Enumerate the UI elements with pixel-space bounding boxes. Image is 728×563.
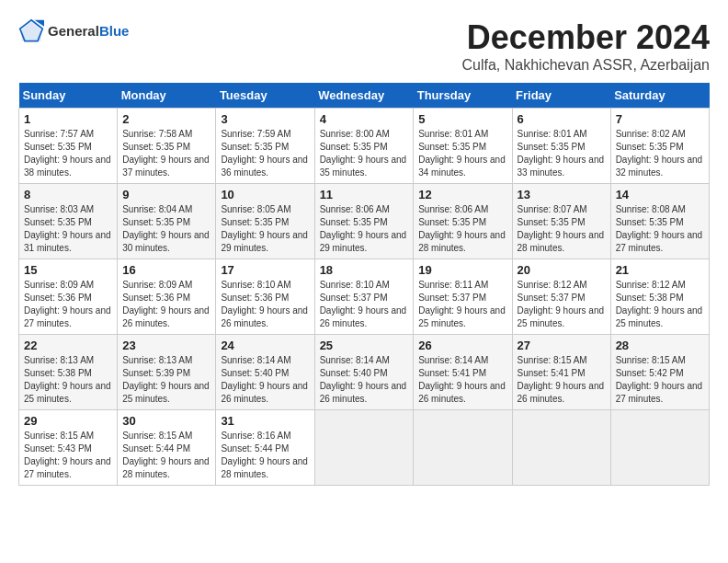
page-header: GeneralBlue December 2024 Culfa, Nakhich…	[18, 18, 710, 74]
daylight-label: Daylight: 9 hours and 28 minutes.	[221, 456, 308, 479]
day-cell-10: 10 Sunrise: 8:05 AM Sunset: 5:35 PM Dayl…	[216, 184, 314, 259]
sunset-label: Sunset: 5:39 PM	[122, 368, 190, 378]
day-info: Sunrise: 8:14 AM Sunset: 5:40 PM Dayligh…	[320, 354, 409, 406]
sunset-label: Sunset: 5:35 PM	[320, 142, 388, 152]
day-info: Sunrise: 8:01 AM Sunset: 5:35 PM Dayligh…	[418, 128, 506, 179]
day-number: 5	[418, 112, 506, 126]
sunset-label: Sunset: 5:35 PM	[616, 142, 684, 152]
daylight-label: Daylight: 9 hours and 32 minutes.	[616, 155, 703, 178]
week-row-3: 15 Sunrise: 8:09 AM Sunset: 5:36 PM Dayl…	[19, 259, 710, 335]
sunset-label: Sunset: 5:41 PM	[418, 368, 486, 378]
day-cell-16: 16 Sunrise: 8:09 AM Sunset: 5:36 PM Dayl…	[118, 259, 216, 335]
sunrise-label: Sunrise: 8:15 AM	[616, 355, 686, 365]
day-number: 27	[518, 339, 606, 352]
day-number: 15	[24, 263, 112, 277]
sunrise-label: Sunrise: 8:16 AM	[221, 431, 290, 441]
weekday-header-thursday: Thursday	[414, 83, 512, 109]
day-cell-23: 23 Sunrise: 8:13 AM Sunset: 5:39 PM Dayl…	[118, 335, 216, 410]
sunset-label: Sunset: 5:35 PM	[320, 217, 388, 227]
day-info: Sunrise: 8:06 AM Sunset: 5:35 PM Dayligh…	[418, 203, 506, 255]
day-info: Sunrise: 7:58 AM Sunset: 5:35 PM Dayligh…	[122, 128, 210, 179]
day-number: 4	[320, 112, 409, 126]
sunrise-label: Sunrise: 8:14 AM	[418, 355, 488, 365]
sunset-label: Sunset: 5:35 PM	[221, 217, 289, 227]
day-cell-1: 1 Sunrise: 7:57 AM Sunset: 5:35 PM Dayli…	[19, 109, 118, 184]
daylight-label: Daylight: 9 hours and 26 minutes.	[418, 381, 506, 404]
day-info: Sunrise: 8:02 AM Sunset: 5:35 PM Dayligh…	[616, 128, 704, 179]
day-info: Sunrise: 8:13 AM Sunset: 5:39 PM Dayligh…	[122, 354, 210, 406]
sunset-label: Sunset: 5:37 PM	[518, 293, 586, 303]
month-year: December 2024	[462, 18, 710, 57]
sunrise-label: Sunrise: 8:09 AM	[122, 280, 192, 290]
sunrise-label: Sunrise: 8:08 AM	[616, 204, 686, 214]
sunset-label: Sunset: 5:38 PM	[616, 293, 684, 303]
sunrise-label: Sunrise: 8:13 AM	[122, 355, 192, 365]
sunrise-label: Sunrise: 8:06 AM	[320, 204, 390, 214]
day-cell-21: 21 Sunrise: 8:12 AM Sunset: 5:38 PM Dayl…	[610, 259, 709, 335]
weekday-header-monday: Monday	[118, 83, 216, 109]
day-info: Sunrise: 8:14 AM Sunset: 5:41 PM Dayligh…	[418, 354, 506, 406]
day-info: Sunrise: 8:14 AM Sunset: 5:40 PM Dayligh…	[221, 354, 309, 406]
sunset-label: Sunset: 5:35 PM	[221, 142, 289, 152]
sunset-label: Sunset: 5:36 PM	[122, 293, 190, 303]
week-row-2: 8 Sunrise: 8:03 AM Sunset: 5:35 PM Dayli…	[19, 184, 710, 259]
day-info: Sunrise: 8:15 AM Sunset: 5:42 PM Dayligh…	[616, 354, 704, 406]
day-number: 23	[122, 339, 210, 352]
daylight-label: Daylight: 9 hours and 26 minutes.	[518, 381, 605, 404]
day-number: 26	[418, 339, 506, 352]
daylight-label: Daylight: 9 hours and 25 minutes.	[616, 305, 703, 328]
sunrise-label: Sunrise: 8:01 AM	[518, 129, 587, 139]
day-cell-8: 8 Sunrise: 8:03 AM Sunset: 5:35 PM Dayli…	[19, 184, 118, 259]
day-number: 10	[221, 188, 309, 201]
day-cell-11: 11 Sunrise: 8:06 AM Sunset: 5:35 PM Dayl…	[314, 184, 414, 259]
daylight-label: Daylight: 9 hours and 29 minutes.	[221, 230, 308, 253]
day-cell-24: 24 Sunrise: 8:14 AM Sunset: 5:40 PM Dayl…	[216, 335, 314, 410]
day-number: 14	[616, 188, 704, 201]
daylight-label: Daylight: 9 hours and 28 minutes.	[418, 230, 506, 253]
day-number: 6	[518, 112, 606, 126]
day-number: 22	[24, 339, 112, 352]
week-row-1: 1 Sunrise: 7:57 AM Sunset: 5:35 PM Dayli…	[19, 109, 710, 184]
day-number: 13	[518, 188, 606, 201]
day-info: Sunrise: 8:03 AM Sunset: 5:35 PM Dayligh…	[24, 203, 112, 255]
day-cell-27: 27 Sunrise: 8:15 AM Sunset: 5:41 PM Dayl…	[512, 335, 610, 410]
day-info: Sunrise: 8:12 AM Sunset: 5:38 PM Dayligh…	[616, 279, 704, 330]
sunset-label: Sunset: 5:37 PM	[320, 293, 388, 303]
day-info: Sunrise: 8:11 AM Sunset: 5:37 PM Dayligh…	[418, 279, 506, 330]
day-cell-9: 9 Sunrise: 8:04 AM Sunset: 5:35 PM Dayli…	[118, 184, 216, 259]
day-cell-13: 13 Sunrise: 8:07 AM Sunset: 5:35 PM Dayl…	[512, 184, 610, 259]
day-info: Sunrise: 7:59 AM Sunset: 5:35 PM Dayligh…	[221, 128, 309, 179]
day-cell-29: 29 Sunrise: 8:15 AM Sunset: 5:43 PM Dayl…	[19, 410, 118, 486]
sunrise-label: Sunrise: 8:11 AM	[418, 280, 488, 290]
sunrise-label: Sunrise: 8:02 AM	[616, 129, 686, 139]
week-row-5: 29 Sunrise: 8:15 AM Sunset: 5:43 PM Dayl…	[19, 410, 710, 486]
daylight-label: Daylight: 9 hours and 26 minutes.	[221, 381, 308, 404]
daylight-label: Daylight: 9 hours and 27 minutes.	[24, 305, 111, 328]
sunset-label: Sunset: 5:36 PM	[221, 293, 289, 303]
sunset-label: Sunset: 5:40 PM	[320, 368, 388, 378]
daylight-label: Daylight: 9 hours and 26 minutes.	[320, 381, 407, 404]
day-number: 28	[616, 339, 704, 352]
day-number: 9	[122, 188, 210, 201]
day-number: 16	[122, 263, 210, 277]
daylight-label: Daylight: 9 hours and 33 minutes.	[518, 155, 605, 178]
week-row-4: 22 Sunrise: 8:13 AM Sunset: 5:38 PM Dayl…	[19, 335, 710, 410]
day-info: Sunrise: 8:01 AM Sunset: 5:35 PM Dayligh…	[518, 128, 606, 179]
day-cell-6: 6 Sunrise: 8:01 AM Sunset: 5:35 PM Dayli…	[512, 109, 610, 184]
day-info: Sunrise: 8:10 AM Sunset: 5:36 PM Dayligh…	[221, 279, 309, 330]
location: Culfa, Nakhichevan ASSR, Azerbaijan	[462, 57, 710, 74]
sunrise-label: Sunrise: 8:15 AM	[122, 431, 192, 441]
sunrise-label: Sunrise: 8:04 AM	[122, 204, 192, 214]
logo-icon	[18, 18, 44, 44]
day-cell-4: 4 Sunrise: 8:00 AM Sunset: 5:35 PM Dayli…	[314, 109, 414, 184]
sunrise-label: Sunrise: 8:13 AM	[24, 355, 94, 365]
weekday-header-wednesday: Wednesday	[314, 83, 414, 109]
day-cell-14: 14 Sunrise: 8:08 AM Sunset: 5:35 PM Dayl…	[610, 184, 709, 259]
day-cell-26: 26 Sunrise: 8:14 AM Sunset: 5:41 PM Dayl…	[414, 335, 512, 410]
day-number: 7	[616, 112, 704, 126]
sunrise-label: Sunrise: 8:09 AM	[24, 280, 94, 290]
day-number: 12	[418, 188, 506, 201]
sunrise-label: Sunrise: 7:58 AM	[122, 129, 192, 139]
weekday-header-row: SundayMondayTuesdayWednesdayThursdayFrid…	[19, 83, 710, 109]
sunset-label: Sunset: 5:44 PM	[122, 443, 190, 454]
